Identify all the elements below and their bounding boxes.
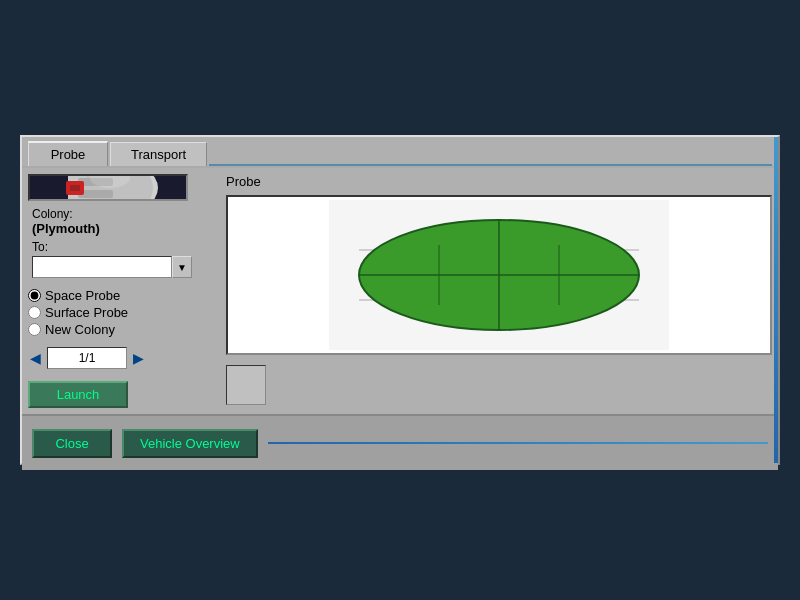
colony-name: (Plymouth)	[32, 221, 214, 236]
svg-rect-6	[70, 185, 80, 191]
tab-transport[interactable]: Transport	[110, 142, 207, 166]
navigator-row: ◀ ▶	[28, 347, 218, 369]
launch-button[interactable]: Launch	[28, 381, 128, 408]
radio-surface-probe-input[interactable]	[28, 306, 41, 319]
nav-prev-button[interactable]: ◀	[28, 350, 43, 366]
page-input[interactable]	[47, 347, 127, 369]
bottom-bar: Close Vehicle Overview	[22, 414, 778, 470]
radio-new-colony[interactable]: New Colony	[28, 322, 218, 337]
probe-thumbnail	[226, 365, 266, 405]
tab-probe[interactable]: Probe	[28, 141, 108, 166]
radio-new-colony-input[interactable]	[28, 323, 41, 336]
probe-overhead-svg	[329, 200, 669, 350]
tab-bar: Probe Transport	[22, 137, 778, 168]
vehicle-svg	[38, 174, 178, 201]
colony-info: Colony: (Plymouth) To: ▼	[28, 207, 218, 278]
radio-new-colony-label: New Colony	[45, 322, 115, 337]
main-window: Probe Transport	[20, 135, 780, 465]
to-label: To:	[32, 240, 214, 254]
to-dropdown: ▼	[32, 256, 214, 278]
bottom-blue-line	[268, 442, 768, 444]
nav-next-button[interactable]: ▶	[131, 350, 146, 366]
close-button[interactable]: Close	[32, 429, 112, 458]
probe-display	[226, 195, 772, 355]
radio-surface-probe-label: Surface Probe	[45, 305, 128, 320]
content-area: Colony: (Plymouth) To: ▼ Space Probe Sur…	[22, 168, 778, 414]
vehicle-overview-button[interactable]: Vehicle Overview	[122, 429, 258, 458]
radio-space-probe[interactable]: Space Probe	[28, 288, 218, 303]
probe-section-label: Probe	[226, 174, 772, 189]
radio-group: Space Probe Surface Probe New Colony	[28, 288, 218, 337]
blue-accent-decoration	[774, 137, 778, 463]
left-panel: Colony: (Plymouth) To: ▼ Space Probe Sur…	[28, 174, 218, 408]
radio-space-probe-input[interactable]	[28, 289, 41, 302]
tab-line-decoration	[209, 164, 772, 166]
vehicle-image	[28, 174, 188, 201]
radio-space-probe-label: Space Probe	[45, 288, 120, 303]
right-panel: Probe	[226, 174, 772, 408]
to-input[interactable]	[32, 256, 172, 278]
colony-label: Colony:	[32, 207, 214, 221]
dropdown-arrow-button[interactable]: ▼	[172, 256, 192, 278]
radio-surface-probe[interactable]: Surface Probe	[28, 305, 218, 320]
